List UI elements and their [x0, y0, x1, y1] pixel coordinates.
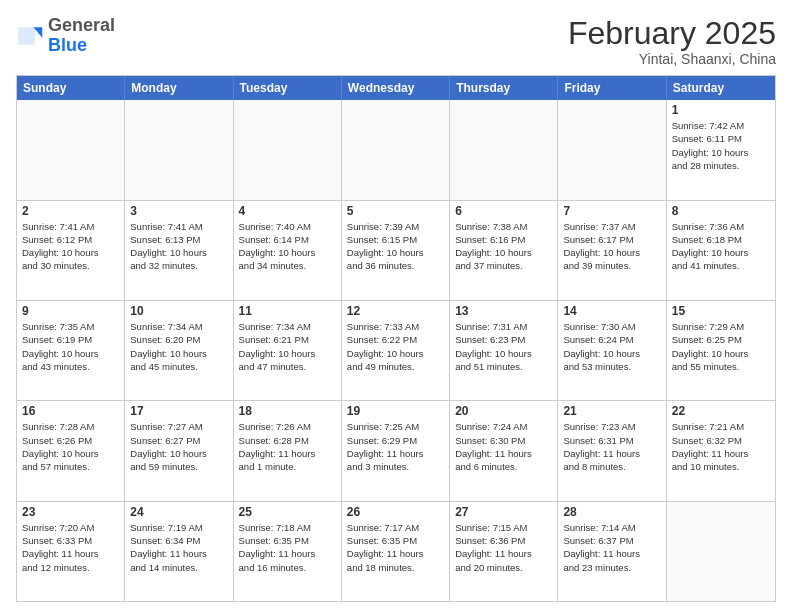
day-cell-empty: [558, 100, 666, 199]
day-number: 19: [347, 404, 444, 418]
month-title: February 2025: [568, 16, 776, 51]
day-number: 7: [563, 204, 660, 218]
day-number: 11: [239, 304, 336, 318]
header-monday: Monday: [125, 76, 233, 100]
day-number: 13: [455, 304, 552, 318]
day-info: Sunrise: 7:26 AM Sunset: 6:28 PM Dayligh…: [239, 420, 336, 473]
day-number: 2: [22, 204, 119, 218]
day-cell-13: 13Sunrise: 7:31 AM Sunset: 6:23 PM Dayli…: [450, 301, 558, 400]
logo-icon: [16, 22, 44, 50]
day-info: Sunrise: 7:23 AM Sunset: 6:31 PM Dayligh…: [563, 420, 660, 473]
day-info: Sunrise: 7:19 AM Sunset: 6:34 PM Dayligh…: [130, 521, 227, 574]
day-cell-25: 25Sunrise: 7:18 AM Sunset: 6:35 PM Dayli…: [234, 502, 342, 601]
day-cell-17: 17Sunrise: 7:27 AM Sunset: 6:27 PM Dayli…: [125, 401, 233, 500]
day-number: 10: [130, 304, 227, 318]
day-info: Sunrise: 7:38 AM Sunset: 6:16 PM Dayligh…: [455, 220, 552, 273]
day-cell-empty: [450, 100, 558, 199]
header-wednesday: Wednesday: [342, 76, 450, 100]
header-tuesday: Tuesday: [234, 76, 342, 100]
logo-general-text: General: [48, 15, 115, 35]
header-sunday: Sunday: [17, 76, 125, 100]
calendar-header: SundayMondayTuesdayWednesdayThursdayFrid…: [17, 76, 775, 100]
day-cell-15: 15Sunrise: 7:29 AM Sunset: 6:25 PM Dayli…: [667, 301, 775, 400]
logo: General Blue: [16, 16, 115, 56]
location: Yintai, Shaanxi, China: [568, 51, 776, 67]
day-number: 20: [455, 404, 552, 418]
day-cell-8: 8Sunrise: 7:36 AM Sunset: 6:18 PM Daylig…: [667, 201, 775, 300]
day-info: Sunrise: 7:24 AM Sunset: 6:30 PM Dayligh…: [455, 420, 552, 473]
week-row-2: 2Sunrise: 7:41 AM Sunset: 6:12 PM Daylig…: [17, 200, 775, 300]
day-cell-19: 19Sunrise: 7:25 AM Sunset: 6:29 PM Dayli…: [342, 401, 450, 500]
day-cell-empty: [125, 100, 233, 199]
header-saturday: Saturday: [667, 76, 775, 100]
day-info: Sunrise: 7:36 AM Sunset: 6:18 PM Dayligh…: [672, 220, 770, 273]
day-cell-28: 28Sunrise: 7:14 AM Sunset: 6:37 PM Dayli…: [558, 502, 666, 601]
day-info: Sunrise: 7:34 AM Sunset: 6:20 PM Dayligh…: [130, 320, 227, 373]
day-info: Sunrise: 7:39 AM Sunset: 6:15 PM Dayligh…: [347, 220, 444, 273]
day-number: 3: [130, 204, 227, 218]
day-cell-1: 1Sunrise: 7:42 AM Sunset: 6:11 PM Daylig…: [667, 100, 775, 199]
day-cell-empty: [342, 100, 450, 199]
day-cell-21: 21Sunrise: 7:23 AM Sunset: 6:31 PM Dayli…: [558, 401, 666, 500]
day-info: Sunrise: 7:40 AM Sunset: 6:14 PM Dayligh…: [239, 220, 336, 273]
day-info: Sunrise: 7:28 AM Sunset: 6:26 PM Dayligh…: [22, 420, 119, 473]
day-info: Sunrise: 7:41 AM Sunset: 6:13 PM Dayligh…: [130, 220, 227, 273]
day-cell-3: 3Sunrise: 7:41 AM Sunset: 6:13 PM Daylig…: [125, 201, 233, 300]
day-number: 4: [239, 204, 336, 218]
day-info: Sunrise: 7:33 AM Sunset: 6:22 PM Dayligh…: [347, 320, 444, 373]
day-number: 18: [239, 404, 336, 418]
day-number: 28: [563, 505, 660, 519]
day-cell-24: 24Sunrise: 7:19 AM Sunset: 6:34 PM Dayli…: [125, 502, 233, 601]
day-info: Sunrise: 7:17 AM Sunset: 6:35 PM Dayligh…: [347, 521, 444, 574]
day-cell-empty: [667, 502, 775, 601]
day-cell-4: 4Sunrise: 7:40 AM Sunset: 6:14 PM Daylig…: [234, 201, 342, 300]
day-cell-empty: [17, 100, 125, 199]
title-block: February 2025 Yintai, Shaanxi, China: [568, 16, 776, 67]
day-number: 25: [239, 505, 336, 519]
day-cell-6: 6Sunrise: 7:38 AM Sunset: 6:16 PM Daylig…: [450, 201, 558, 300]
day-info: Sunrise: 7:37 AM Sunset: 6:17 PM Dayligh…: [563, 220, 660, 273]
week-row-3: 9Sunrise: 7:35 AM Sunset: 6:19 PM Daylig…: [17, 300, 775, 400]
day-number: 23: [22, 505, 119, 519]
week-row-1: 1Sunrise: 7:42 AM Sunset: 6:11 PM Daylig…: [17, 100, 775, 199]
day-cell-18: 18Sunrise: 7:26 AM Sunset: 6:28 PM Dayli…: [234, 401, 342, 500]
svg-rect-1: [18, 27, 36, 45]
day-cell-22: 22Sunrise: 7:21 AM Sunset: 6:32 PM Dayli…: [667, 401, 775, 500]
day-number: 17: [130, 404, 227, 418]
day-cell-23: 23Sunrise: 7:20 AM Sunset: 6:33 PM Dayli…: [17, 502, 125, 601]
day-number: 16: [22, 404, 119, 418]
day-info: Sunrise: 7:41 AM Sunset: 6:12 PM Dayligh…: [22, 220, 119, 273]
week-row-5: 23Sunrise: 7:20 AM Sunset: 6:33 PM Dayli…: [17, 501, 775, 601]
day-info: Sunrise: 7:35 AM Sunset: 6:19 PM Dayligh…: [22, 320, 119, 373]
day-cell-20: 20Sunrise: 7:24 AM Sunset: 6:30 PM Dayli…: [450, 401, 558, 500]
page: General Blue February 2025 Yintai, Shaan…: [0, 0, 792, 612]
day-info: Sunrise: 7:30 AM Sunset: 6:24 PM Dayligh…: [563, 320, 660, 373]
day-number: 22: [672, 404, 770, 418]
day-cell-2: 2Sunrise: 7:41 AM Sunset: 6:12 PM Daylig…: [17, 201, 125, 300]
day-cell-7: 7Sunrise: 7:37 AM Sunset: 6:17 PM Daylig…: [558, 201, 666, 300]
header-friday: Friday: [558, 76, 666, 100]
day-number: 24: [130, 505, 227, 519]
day-cell-9: 9Sunrise: 7:35 AM Sunset: 6:19 PM Daylig…: [17, 301, 125, 400]
day-number: 5: [347, 204, 444, 218]
calendar: SundayMondayTuesdayWednesdayThursdayFrid…: [16, 75, 776, 602]
day-cell-27: 27Sunrise: 7:15 AM Sunset: 6:36 PM Dayli…: [450, 502, 558, 601]
day-number: 8: [672, 204, 770, 218]
day-number: 21: [563, 404, 660, 418]
day-info: Sunrise: 7:42 AM Sunset: 6:11 PM Dayligh…: [672, 119, 770, 172]
day-info: Sunrise: 7:27 AM Sunset: 6:27 PM Dayligh…: [130, 420, 227, 473]
day-info: Sunrise: 7:14 AM Sunset: 6:37 PM Dayligh…: [563, 521, 660, 574]
logo-text: General Blue: [48, 16, 115, 56]
day-info: Sunrise: 7:29 AM Sunset: 6:25 PM Dayligh…: [672, 320, 770, 373]
day-number: 12: [347, 304, 444, 318]
day-info: Sunrise: 7:25 AM Sunset: 6:29 PM Dayligh…: [347, 420, 444, 473]
day-cell-14: 14Sunrise: 7:30 AM Sunset: 6:24 PM Dayli…: [558, 301, 666, 400]
day-number: 26: [347, 505, 444, 519]
day-cell-10: 10Sunrise: 7:34 AM Sunset: 6:20 PM Dayli…: [125, 301, 233, 400]
day-cell-16: 16Sunrise: 7:28 AM Sunset: 6:26 PM Dayli…: [17, 401, 125, 500]
day-number: 27: [455, 505, 552, 519]
day-cell-11: 11Sunrise: 7:34 AM Sunset: 6:21 PM Dayli…: [234, 301, 342, 400]
day-number: 6: [455, 204, 552, 218]
day-number: 14: [563, 304, 660, 318]
day-info: Sunrise: 7:31 AM Sunset: 6:23 PM Dayligh…: [455, 320, 552, 373]
